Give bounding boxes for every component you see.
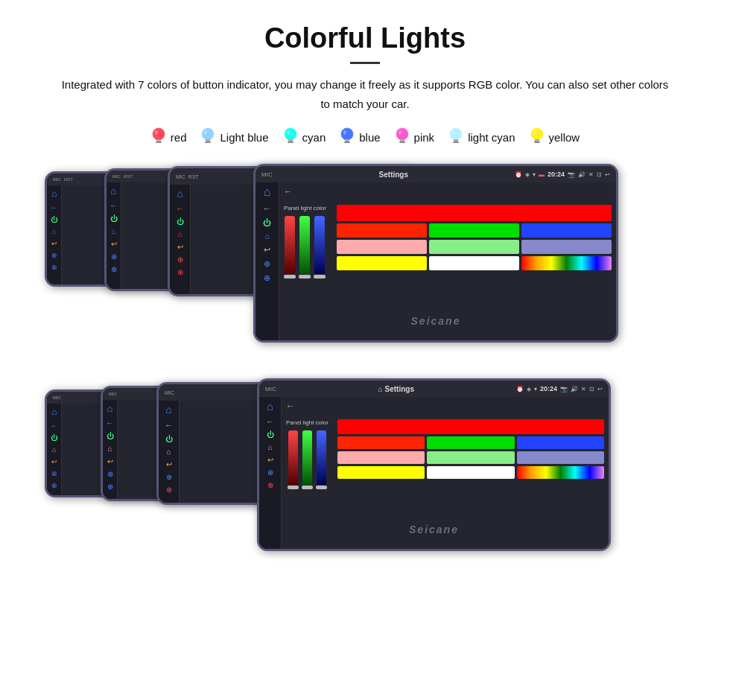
color-item-pink: pink <box>394 127 435 147</box>
device-bot-sidebar-1: ⌂ ← ⏻ ⌂ ↩ ⊕ ⊕ <box>159 401 180 503</box>
device-sidebar-1: ⌂ ← ⏻ ⌂ ↩ ⊕ ⊕ <box>170 185 191 294</box>
bottom-devices-section: MIC ⌂ Setti... ⌂ ← ⏻ ⌂ ↩ ⊕ ⊕ <box>45 378 685 572</box>
bulb-blue-icon <box>339 127 355 147</box>
svg-point-34 <box>533 130 536 135</box>
svg-rect-13 <box>288 141 293 143</box>
device-sidebar-2: ⌂ ← ⏻ ⌂ ↩ ⊕ ⊕ <box>107 182 121 289</box>
bulb-lightcyan-icon <box>448 127 464 147</box>
title-divider <box>350 62 380 64</box>
svg-point-29 <box>452 130 455 135</box>
device-sidebar-3: ⌂ ← ⏻ ⌂ ↩ ⊕ ⊕ <box>47 185 62 284</box>
svg-rect-28 <box>453 141 459 143</box>
device-bot-sidebar-3: ⌂ ← ⏻ ⌂ ↩ ⊕ ⊕ <box>47 404 62 495</box>
description-text: Integrated with 7 colors of button indic… <box>60 75 670 113</box>
bulb-cyan-icon <box>282 127 299 147</box>
bulb-red-icon <box>150 127 167 147</box>
color-label-yellow: yellow <box>549 131 580 144</box>
device-bot-main: MIC ⌂ Settings ⏰◈▾ 20:24 📷🔊✕⊡↩ ⌂ ← ⏻ <box>257 378 611 551</box>
svg-rect-23 <box>399 141 405 143</box>
svg-rect-33 <box>534 141 540 143</box>
color-indicators: red Light blue cyan <box>45 127 685 147</box>
svg-point-19 <box>343 130 346 135</box>
color-label-lightcyan: light cyan <box>468 131 515 144</box>
device-main-topbar: MIC Settings ⏰◈▾▬ 20:24 📷🔊✕⊡↩ <box>256 166 616 182</box>
device-bot-content-area: ← Panel light color <box>282 397 609 549</box>
color-item-red: red <box>150 127 187 147</box>
device-main-top: MIC Settings ⏰◈▾▬ 20:24 📷🔊✕⊡↩ ⌂ ← ⏻ <box>253 164 618 343</box>
svg-point-4 <box>155 130 158 135</box>
color-item-yellow: yellow <box>529 127 580 147</box>
bulb-yellow-icon <box>529 127 545 147</box>
svg-rect-8 <box>205 141 211 143</box>
panel-label-bottom: Panel light color <box>286 419 328 426</box>
svg-point-9 <box>204 130 207 135</box>
bulb-pink-icon <box>394 127 410 147</box>
svg-rect-3 <box>156 141 162 143</box>
panel-label-top: Panel light color <box>284 205 326 211</box>
color-label-pink: pink <box>414 131 435 144</box>
color-item-lightcyan: light cyan <box>448 127 515 147</box>
device-bot-main-topbar: MIC ⌂ Settings ⏰◈▾ 20:24 📷🔊✕⊡↩ <box>259 381 609 397</box>
color-label-blue: blue <box>359 131 380 144</box>
svg-rect-18 <box>344 141 350 143</box>
page-title: Colorful Lights <box>45 22 685 54</box>
page-container: Colorful Lights Integrated with 7 colors… <box>0 0 730 600</box>
color-label-red: red <box>171 131 187 144</box>
bulb-lightblue-icon <box>200 127 216 147</box>
color-label-lightblue: Light blue <box>220 131 268 144</box>
color-label-cyan: cyan <box>302 131 326 144</box>
top-device-stack: MIC RST ⌂ ← ⏻ ⌂ ↩ ⊕ ⊕ <box>45 164 685 365</box>
device-main-sidebar: ⌂ ← ⏻ ⌂ ↩ ⊕ ⊕ <box>256 182 279 340</box>
color-item-blue: blue <box>339 127 380 147</box>
bottom-device-stack: MIC ⌂ Setti... ⌂ ← ⏻ ⌂ ↩ ⊕ ⊕ <box>45 378 685 572</box>
device-main-content-area: ← Panel light color <box>279 182 616 340</box>
color-item-cyan: cyan <box>282 127 326 147</box>
header-section: Colorful Lights Integrated with 7 colors… <box>45 22 685 113</box>
device-bot-main-sidebar: ⌂ ← ⏻ ⌂ ↩ ⊕ ⊕ <box>259 397 282 549</box>
svg-point-24 <box>399 130 402 135</box>
color-item-lightblue: Light blue <box>200 127 268 147</box>
top-devices-section: MIC RST ⌂ ← ⏻ ⌂ ↩ ⊕ ⊕ <box>45 164 685 365</box>
svg-point-14 <box>287 130 290 135</box>
device-bot-sidebar-2: ⌂ ← ⏻ ⌂ ↩ ⊕ ⊕ <box>103 400 118 499</box>
